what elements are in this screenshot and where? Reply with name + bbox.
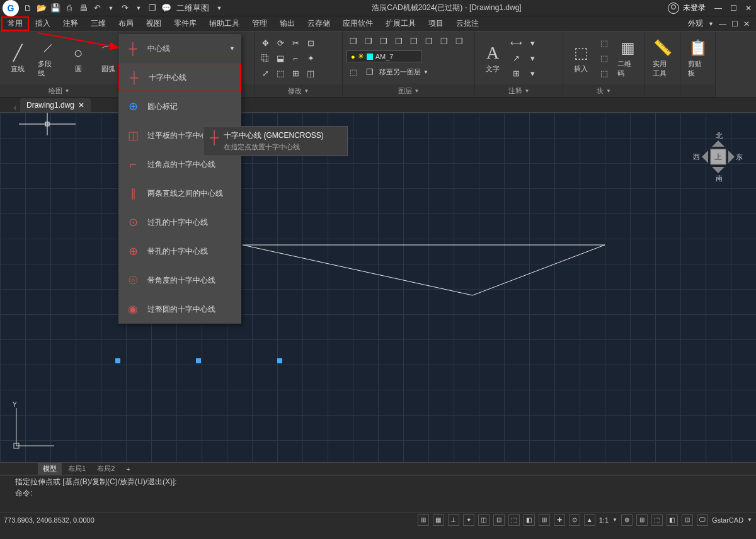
layer-icon[interactable]: ❐: [392, 34, 406, 48]
tool-icon[interactable]: ✦: [304, 51, 318, 65]
toggle[interactable]: ⊕: [621, 514, 633, 526]
menu-view[interactable]: 视图: [140, 16, 168, 31]
tool-icon[interactable]: ◫: [304, 66, 318, 80]
document-tab[interactable]: Drawing1.dwg✕: [20, 98, 91, 112]
save-icon[interactable]: 💾: [49, 2, 62, 14]
maximize-button[interactable]: ☐: [728, 4, 738, 13]
appearance-menu[interactable]: 外观: [688, 18, 703, 29]
layout-tab-2[interactable]: 布局2: [92, 463, 120, 475]
panel-title-modify[interactable]: 修改 ▼: [255, 84, 342, 97]
open-icon[interactable]: 📂: [35, 2, 48, 14]
dim-icon[interactable]: ⟷: [509, 36, 523, 50]
dropdown-item-center-mark[interactable]: ⊕ 圆心标记: [118, 92, 241, 121]
layer-icon[interactable]: ❐: [422, 34, 436, 48]
block-icon[interactable]: ⬚: [597, 36, 611, 50]
rotate-icon[interactable]: ⟳: [273, 36, 287, 50]
scale-icon[interactable]: ⬚: [273, 66, 287, 80]
dropdown-item-full-circle[interactable]: ◉ 过整圆的十字中心线: [118, 295, 241, 324]
menu-ext[interactable]: 扩展工具: [379, 16, 422, 31]
leader-icon[interactable]: ↗: [509, 51, 523, 65]
toggle[interactable]: ⊙: [569, 514, 580, 526]
minimize-button[interactable]: —: [713, 4, 723, 13]
chevron-down-icon[interactable]: ▼: [213, 2, 226, 14]
tool-icon[interactable]: ▾: [525, 36, 539, 50]
chat-icon[interactable]: 💬: [160, 2, 173, 14]
close-button[interactable]: ✕: [743, 4, 753, 13]
menu-aux[interactable]: 辅助工具: [203, 16, 246, 31]
dropdown-header[interactable]: ┼ 中心线 ▼: [118, 34, 241, 63]
scale-display[interactable]: 1:1: [599, 516, 609, 524]
menu-apps[interactable]: 应用软件: [336, 16, 379, 31]
layer-icon[interactable]: ❐: [452, 34, 466, 48]
restore-ribbon-icon[interactable]: ☐: [731, 20, 738, 28]
dropdown-item-between-lines[interactable]: ∥ 两条直线之间的中心线: [118, 179, 241, 208]
layer-icon[interactable]: ❐: [437, 34, 451, 48]
trim-icon[interactable]: ✂: [289, 36, 302, 50]
app-logo[interactable]: G: [3, 0, 19, 16]
toggle[interactable]: ⊡: [493, 514, 505, 526]
insert-button[interactable]: ⬚插入: [567, 42, 595, 75]
toggle[interactable]: ⬚: [508, 514, 520, 526]
toggle[interactable]: ⊡: [682, 514, 693, 526]
ortho-toggle[interactable]: ⊥: [448, 514, 459, 526]
layout-tab-model[interactable]: 模型: [38, 463, 62, 475]
block-icon[interactable]: ⬚: [597, 51, 611, 65]
view-cube[interactable]: 北 南 西 东 上: [693, 132, 743, 182]
snap-toggle[interactable]: ⊞: [418, 514, 429, 526]
menu-output[interactable]: 输出: [273, 16, 301, 31]
toggle[interactable]: ◧: [524, 514, 535, 526]
menu-parts[interactable]: 零件库: [168, 16, 203, 31]
block-icon[interactable]: ⬚: [597, 66, 611, 80]
login-button[interactable]: 未登录: [668, 3, 706, 14]
dropdown-item-angle[interactable]: ⦾ 带角度的十字中心线: [118, 266, 241, 295]
grip-handle[interactable]: [277, 358, 282, 363]
util-button[interactable]: 📏实用工具: [649, 37, 677, 79]
fillet-icon[interactable]: ⌐: [289, 51, 302, 65]
chevron-down-icon[interactable]: ▼: [132, 2, 145, 14]
menu-cloud-anno[interactable]: 云批注: [450, 16, 485, 31]
panel-title-block[interactable]: 块 ▼: [563, 84, 644, 97]
move-icon[interactable]: ✥: [258, 36, 272, 50]
layer-icon[interactable]: ⬚: [346, 65, 360, 79]
close-doc-icon[interactable]: ✕: [743, 20, 750, 28]
polar-toggle[interactable]: ✦: [463, 514, 474, 526]
toggle[interactable]: ⊞: [636, 514, 648, 526]
tab-scroll-left[interactable]: ‹: [10, 103, 20, 112]
monitor-icon[interactable]: 🖵: [697, 514, 708, 526]
menu-cloud[interactable]: 云存储: [301, 16, 336, 31]
toggle[interactable]: ▲: [584, 514, 595, 526]
add-layout-tab[interactable]: +: [121, 464, 135, 474]
tool-icon[interactable]: ▾: [525, 51, 539, 65]
osnap-toggle[interactable]: ◫: [478, 514, 490, 526]
panel-title-layer[interactable]: 图层 ▼: [343, 84, 474, 97]
mirror-icon[interactable]: ⬓: [273, 51, 287, 65]
close-tab-icon[interactable]: ✕: [78, 101, 84, 110]
toggle[interactable]: ✚: [554, 514, 565, 526]
undo-icon[interactable]: ↶: [91, 2, 103, 14]
grip-handle[interactable]: [115, 358, 120, 363]
layers-icon[interactable]: ❒: [146, 2, 159, 14]
redo-icon[interactable]: ↷: [118, 2, 131, 14]
dropdown-item-cross-centerline[interactable]: ┼ 十字中心线: [118, 63, 241, 92]
toggle[interactable]: ⊞: [539, 514, 550, 526]
drawing-canvas[interactable]: Y X 北 南 西 东 上: [0, 113, 756, 462]
table-icon[interactable]: ⊞: [509, 66, 523, 80]
saveas-icon[interactable]: ⎙: [63, 2, 76, 14]
dropdown-item-hole[interactable]: ⊙ 过孔的十字中心线: [118, 208, 241, 237]
panel-title-anno[interactable]: 注释 ▼: [475, 84, 563, 97]
stretch-icon[interactable]: ⤢: [258, 66, 272, 80]
layout-tab-1[interactable]: 布局1: [63, 463, 91, 475]
layer-icon[interactable]: ❐: [362, 34, 375, 48]
toggle[interactable]: ◧: [667, 514, 678, 526]
layer-icon[interactable]: ❐: [346, 34, 360, 48]
grip-handle[interactable]: [196, 358, 201, 363]
tool-icon[interactable]: ▾: [525, 66, 539, 80]
menu-manage[interactable]: 管理: [246, 16, 273, 31]
text-button[interactable]: A文字: [479, 42, 507, 75]
toggle[interactable]: ⬚: [651, 514, 663, 526]
new-icon[interactable]: 🗋: [21, 2, 34, 14]
layer-icon[interactable]: ❐: [407, 34, 421, 48]
qr-button[interactable]: ▦二维码: [614, 37, 641, 79]
layer-combo[interactable]: ●☀AM_7: [346, 50, 422, 62]
min-ribbon-icon[interactable]: —: [719, 20, 726, 28]
